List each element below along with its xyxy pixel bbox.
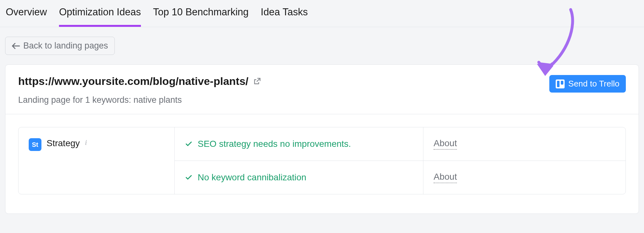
tab-optimization-ideas[interactable]: Optimization Ideas (59, 6, 141, 27)
tab-top10-benchmarking[interactable]: Top 10 Benchmarking (153, 6, 249, 27)
table-row-about: About (423, 161, 626, 194)
about-link[interactable]: About (434, 138, 457, 150)
info-icon[interactable]: i (85, 138, 87, 147)
strategy-badge: St (29, 138, 41, 151)
tabs: Overview Optimization Ideas Top 10 Bench… (0, 0, 644, 27)
table-row: No keyword cannibalization (175, 161, 423, 194)
back-to-landing-pages-button[interactable]: Back to landing pages (5, 37, 115, 55)
back-button-label: Back to landing pages (23, 41, 108, 51)
strategy-row-text: No keyword cannibalization (198, 172, 306, 183)
trello-icon (556, 79, 565, 88)
about-link[interactable]: About (434, 172, 457, 183)
check-icon (185, 140, 193, 148)
check-icon (185, 174, 193, 181)
url-block: https://www.yoursite.com/blog/native-pla… (18, 75, 261, 105)
strategy-category-cell: St Strategy i (18, 127, 175, 194)
strategy-table: St Strategy i SEO strategy needs no impr… (18, 127, 626, 194)
tab-idea-tasks[interactable]: Idea Tasks (261, 6, 308, 27)
keywords-subtext: Landing page for 1 keywords: native plan… (18, 95, 261, 105)
trello-button-label: Send to Trello (568, 79, 619, 89)
strategy-row-text: SEO strategy needs no improvements. (198, 139, 351, 149)
page-url: https://www.yoursite.com/blog/native-pla… (18, 75, 248, 87)
card-body: St Strategy i SEO strategy needs no impr… (5, 114, 639, 214)
landing-page-card: https://www.yoursite.com/blog/native-pla… (5, 64, 639, 214)
external-link-icon[interactable] (253, 77, 261, 86)
tab-overview[interactable]: Overview (6, 6, 47, 27)
strategy-label: Strategy (47, 138, 80, 148)
table-row-about: About (423, 127, 626, 161)
card-header: https://www.yoursite.com/blog/native-pla… (5, 65, 639, 114)
send-to-trello-button[interactable]: Send to Trello (549, 75, 626, 93)
arrow-left-icon (12, 43, 20, 49)
table-row: SEO strategy needs no improvements. (175, 127, 423, 161)
